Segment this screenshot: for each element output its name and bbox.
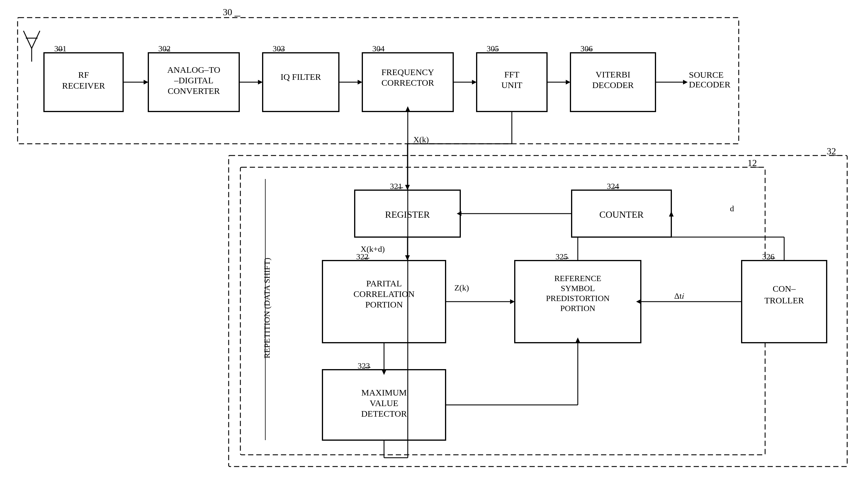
- ref-303: 303: [273, 44, 285, 53]
- svg-marker-21: [472, 80, 477, 85]
- ref-321: 321: [390, 182, 402, 191]
- svg-rect-32: [240, 167, 765, 455]
- svg-marker-13: [258, 80, 262, 85]
- iq-label1: IQ FILTER: [281, 72, 321, 82]
- svg-rect-14: [262, 53, 339, 112]
- max-label2: VALUE: [370, 398, 398, 408]
- ref-322: 322: [356, 252, 369, 261]
- ref-301: 301: [54, 44, 66, 53]
- partial-label2: CORRELATION: [353, 289, 414, 299]
- partial-label3: PORTION: [365, 299, 403, 309]
- ref-sym-label4: PORTION: [560, 304, 595, 313]
- partial-label1: PARITAL: [366, 279, 402, 288]
- ref-323: 323: [358, 361, 370, 370]
- svg-marker-50: [510, 299, 515, 304]
- svg-marker-25: [566, 80, 570, 85]
- ref-sym-label2: SYMBOL: [561, 284, 595, 293]
- ref-sym-label3: PREDISTORTION: [546, 294, 610, 303]
- ref-304: 304: [372, 44, 384, 53]
- viterbi-label2: DECODER: [592, 80, 634, 90]
- freq-label2: CORRECTOR: [381, 78, 434, 87]
- ref-302: 302: [158, 44, 170, 53]
- diagram: 30 RF RECEIVER 301 ANALOG–TO –DIGITAL CO…: [0, 0, 868, 490]
- ref-325: 325: [556, 252, 568, 261]
- svg-marker-17: [358, 80, 362, 85]
- zk-label: Z(k): [454, 283, 469, 292]
- ref-sym-label1: REFERENCE: [554, 274, 601, 283]
- ref-306: 306: [581, 44, 593, 53]
- adc-label1: ANALOG–TO: [167, 65, 220, 75]
- rf-receiver-label2: RECEIVER: [62, 81, 105, 90]
- max-label3: DETECTOR: [361, 409, 407, 419]
- label-30: 30: [223, 7, 232, 17]
- svg-marker-29: [683, 80, 688, 85]
- controller-label2: TROLLER: [765, 295, 804, 305]
- d-label: d: [730, 204, 734, 213]
- max-label1: MAXIMUM: [361, 387, 407, 397]
- adc-label2: –DIGITAL: [174, 76, 213, 85]
- svg-marker-9: [144, 80, 148, 85]
- fft-label2: UNIT: [501, 80, 522, 90]
- ref-324: 324: [607, 182, 619, 191]
- repetition-label: REPETITION (DATA SHIFT): [262, 258, 272, 358]
- viterbi-label1: VITERBI: [596, 69, 630, 79]
- diagram-svg: 30 RF RECEIVER 301 ANALOG–TO –DIGITAL CO…: [0, 0, 868, 490]
- label-12: 12: [747, 157, 757, 168]
- freq-label1: FREQUENCY: [381, 67, 434, 77]
- xk-label: X(k): [413, 135, 429, 144]
- ref-305: 305: [487, 44, 499, 53]
- svg-line-3: [24, 31, 32, 49]
- source-decoder-label2: DECODER: [689, 80, 731, 89]
- counter-label: COUNTER: [599, 209, 644, 220]
- controller-label1: CON–: [773, 284, 796, 293]
- ref-326: 326: [762, 252, 774, 261]
- source-decoder-label1: SOURCE: [689, 70, 723, 80]
- fft-label1: FFT: [504, 69, 520, 79]
- svg-line-4: [32, 31, 40, 49]
- label-32: 32: [827, 146, 836, 156]
- rf-receiver-label: RF: [78, 70, 89, 80]
- delta-ti-label: Δt𝑖: [674, 291, 684, 300]
- adc-label3: CONVERTER: [168, 86, 220, 96]
